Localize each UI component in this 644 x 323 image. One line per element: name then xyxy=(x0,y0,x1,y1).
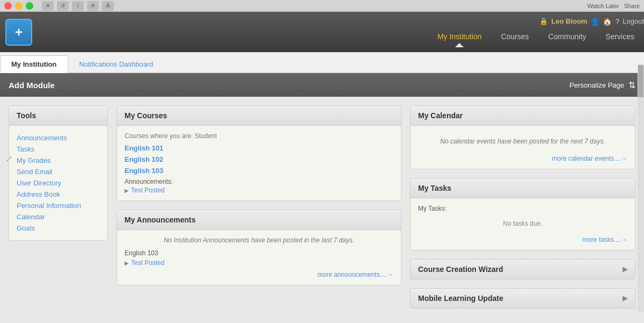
course-announcement-item[interactable]: ▶ Test Posted xyxy=(125,186,393,194)
tools-module: Tools Announcements Tasks My Grades Send… xyxy=(9,105,108,241)
resize-handle: ⤢ xyxy=(5,154,12,164)
no-announcements-text: No Institution Announcements have been p… xyxy=(125,236,393,244)
sendemail-link[interactable]: Send Email xyxy=(17,168,52,176)
nav-item-community[interactable]: Community xyxy=(539,28,596,47)
header-right: 🔒 Leo Bloom 👤 🏠 ? Logout My Institution … xyxy=(428,17,644,47)
more-calendar-link[interactable]: more calendar events....→ xyxy=(418,155,627,162)
announcement-course-label: English 103 xyxy=(125,249,393,257)
tab-notifications[interactable]: Notifications Dashboard xyxy=(68,55,165,73)
my-tasks-body: My Tasks: No tasks due. more tasks....→ xyxy=(411,198,635,250)
nav-item-courses[interactable]: Courses xyxy=(491,28,538,47)
goals-link[interactable]: Goals xyxy=(17,224,35,232)
tools-body: Announcements Tasks My Grades Send Email… xyxy=(9,126,107,240)
course-creation-module[interactable]: Course Creation Wizard ▶ xyxy=(410,259,635,279)
mobile-learning-title: Mobile Learning Update xyxy=(418,294,503,303)
my-courses-module: My Courses Courses where you are: Studen… xyxy=(116,105,401,201)
help-icon[interactable]: ? xyxy=(615,17,619,26)
minimize-btn[interactable] xyxy=(15,2,23,10)
my-courses-body: Courses where you are: Student English 1… xyxy=(117,126,401,200)
course-creation-title: Course Creation Wizard xyxy=(418,265,503,274)
scrollbar[interactable] xyxy=(638,64,644,312)
main-content: Tools Announcements Tasks My Grades Send… xyxy=(0,97,644,317)
more-announcements-link[interactable]: more announcements....→ xyxy=(125,271,393,278)
list-item: Announcements xyxy=(17,132,100,143)
tools-list: Announcements Tasks My Grades Send Email… xyxy=(17,132,100,234)
nav-item-my-institution[interactable]: My Institution xyxy=(428,28,491,47)
right-column: My Calendar No calendar events have been… xyxy=(410,105,635,308)
my-tasks-module: My Tasks My Tasks: No tasks due. more ta… xyxy=(410,178,635,250)
list-item: User Directory xyxy=(17,177,100,189)
logout-button[interactable]: Logout xyxy=(623,17,644,25)
browser-icon-5[interactable]: A xyxy=(102,1,114,11)
announcements-link[interactable]: Announcements xyxy=(17,134,67,142)
mygrades-link[interactable]: My Grades xyxy=(17,156,51,164)
tasks-label: My Tasks: xyxy=(418,205,627,212)
my-calendar-header: My Calendar xyxy=(411,106,635,126)
sort-icon[interactable]: ⇅ xyxy=(628,80,635,90)
browser-icon-3[interactable]: i xyxy=(72,1,84,11)
user-name: Leo Bloom xyxy=(551,17,587,25)
more-tasks-link[interactable]: more tasks....→ xyxy=(418,236,627,243)
no-tasks-text: No tasks due. xyxy=(418,216,627,232)
add-module-button[interactable]: Add Module xyxy=(9,81,55,90)
user-profile-icon[interactable]: 👤 xyxy=(590,17,599,26)
scrollbar-thumb[interactable] xyxy=(638,65,643,97)
chevron-right-icon: ▶ xyxy=(125,260,129,266)
add-button[interactable]: + xyxy=(5,19,32,46)
action-bar-right: Personalize Page ⇅ xyxy=(569,80,635,90)
list-item: Tasks xyxy=(17,143,100,155)
personalize-button[interactable]: Personalize Page xyxy=(569,81,624,89)
list-item: Address Book xyxy=(17,189,100,200)
calendar-link[interactable]: Calendar xyxy=(17,213,45,221)
browser-icon-4[interactable]: ✕ xyxy=(87,1,99,11)
my-calendar-body: No calendar events have been posted for … xyxy=(411,126,635,169)
maximize-btn[interactable] xyxy=(26,2,33,10)
english103-link[interactable]: English 103 xyxy=(125,167,393,175)
browser-icon-1[interactable]: ✕ xyxy=(42,1,54,11)
tasks-link[interactable]: Tasks xyxy=(17,145,34,153)
announcement-text: Test Posted xyxy=(131,259,165,267)
watch-share-bar: Watch Later Share xyxy=(588,3,640,9)
list-item: Calendar xyxy=(17,211,100,222)
nav-menu: My Institution Courses Community Service… xyxy=(428,28,644,47)
nav-item-services[interactable]: Services xyxy=(596,28,644,47)
chevron-right-icon: ▶ xyxy=(125,188,129,193)
browser-icon-2[interactable]: ↺ xyxy=(57,1,69,11)
action-bar: Add Module Personalize Page ⇅ xyxy=(0,73,644,97)
my-announcements-module: My Announcements No Institution Announce… xyxy=(116,210,401,285)
english101-link[interactable]: English 101 xyxy=(125,144,393,152)
my-courses-header: My Courses xyxy=(117,106,401,126)
tools-column: Tools Announcements Tasks My Grades Send… xyxy=(9,105,108,308)
browser-bar: ✕ ↺ i ✕ A Watch Later Share xyxy=(0,0,644,12)
announcements-label: Announcements: xyxy=(125,178,393,185)
tools-header: Tools xyxy=(9,106,107,126)
my-announcements-header: My Announcements xyxy=(117,210,401,230)
english102-link[interactable]: English 102 xyxy=(125,155,393,163)
userdirectory-link[interactable]: User Directory xyxy=(17,179,61,187)
no-calendar-events: No calendar events have been posted for … xyxy=(418,132,627,150)
middle-column: My Courses Courses where you are: Studen… xyxy=(116,105,401,308)
personalinfo-link[interactable]: Personal Information xyxy=(17,202,81,210)
courses-subtitle: Courses where you are: Student xyxy=(125,132,393,140)
list-item: Goals xyxy=(17,222,100,234)
app-header: ⤢ + 🔒 Leo Bloom 👤 🏠 ? Logout My Institut… xyxy=(0,12,644,52)
my-announcements-body: No Institution Announcements have been p… xyxy=(117,230,401,285)
announcement-item[interactable]: ▶ Test Posted xyxy=(125,259,393,267)
expand-icon: ▶ xyxy=(623,295,627,302)
user-area: 🔒 Leo Bloom 👤 🏠 ? Logout xyxy=(539,17,644,26)
home-icon[interactable]: 🏠 xyxy=(603,17,612,26)
my-tasks-header: My Tasks xyxy=(411,178,635,198)
expand-icon: ▶ xyxy=(623,265,627,273)
list-item: Send Email xyxy=(17,166,100,177)
tab-bar: My Institution Notifications Dashboard xyxy=(0,52,644,73)
list-item: Personal Information xyxy=(17,200,100,211)
my-calendar-module: My Calendar No calendar events have been… xyxy=(410,105,635,169)
mobile-learning-module[interactable]: Mobile Learning Update ▶ xyxy=(410,288,635,308)
addressbook-link[interactable]: Address Book xyxy=(17,190,60,198)
announcement-text: Test Posted xyxy=(131,186,165,194)
close-btn[interactable] xyxy=(4,2,12,10)
lock-icon: 🔒 xyxy=(539,17,548,25)
tab-my-institution[interactable]: My Institution xyxy=(0,55,68,73)
list-item: My Grades xyxy=(17,155,100,166)
